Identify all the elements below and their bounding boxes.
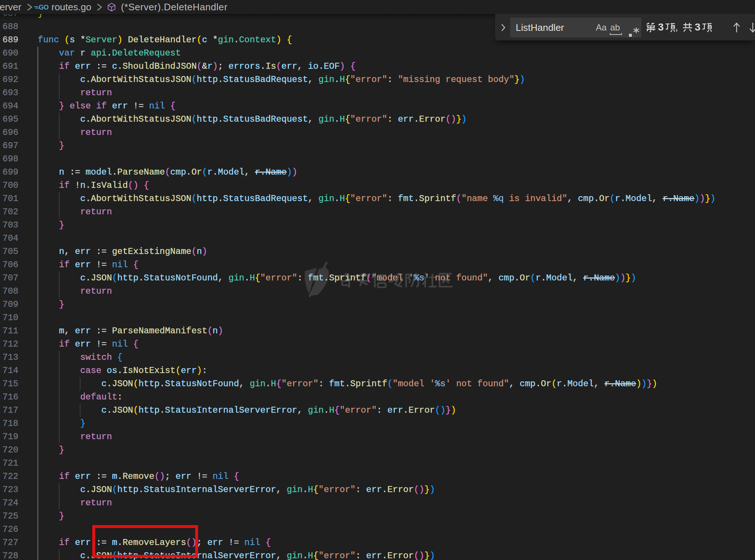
svg-text:GO: GO [39,4,49,11]
